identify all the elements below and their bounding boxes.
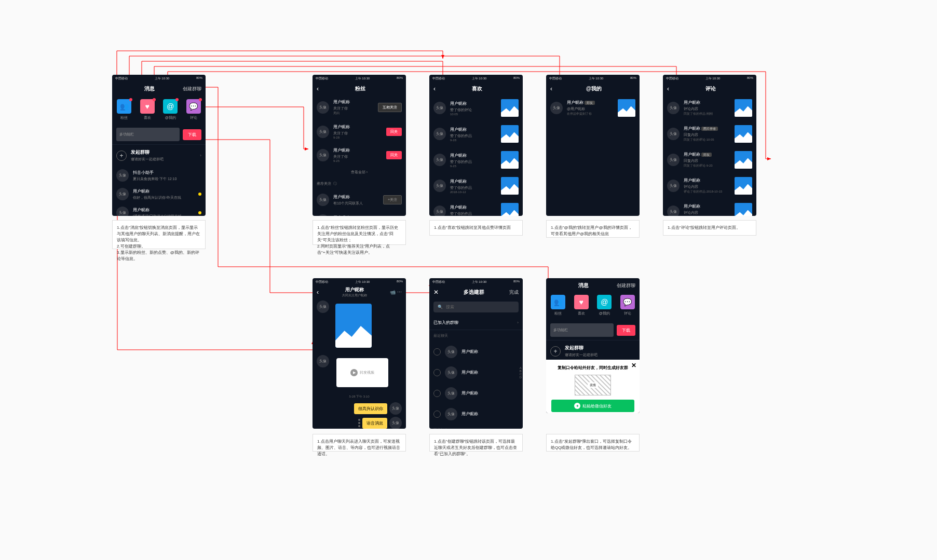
like-row[interactable]: 头像用户昵称赞了你的作品2018-10-12 bbox=[429, 173, 523, 199]
create-group-button[interactable]: 创建群聊 bbox=[183, 86, 201, 92]
follow-back-button[interactable]: 回关 bbox=[386, 151, 402, 159]
section-label: 最近聊天 bbox=[429, 330, 523, 342]
follow-back-button[interactable]: 互相关注 bbox=[378, 103, 402, 112]
tab-fans[interactable]: 👥粉丝 bbox=[117, 99, 131, 120]
status-bar: 中国移动上午 10:3080% bbox=[429, 75, 523, 83]
avatar: 头像 bbox=[317, 101, 329, 114]
joined-groups-row[interactable]: 已加入的群聊› bbox=[429, 316, 523, 330]
screen-messages: 中国移动上午 10:3080% 消息创建群聊 👥粉丝 ♥喜欢 @@我的 💬评论 … bbox=[112, 75, 206, 216]
radio-button[interactable] bbox=[433, 411, 441, 418]
comment-row[interactable]: 头像用户昵称 图片作者回复内容回复了你的评论·10:05 bbox=[663, 121, 756, 147]
chat-list-item[interactable]: 头像抖音小助手夏日美食挑来啦·下午 12:10 bbox=[112, 166, 206, 185]
create-group-button[interactable]: 创建群聊 bbox=[617, 282, 635, 289]
like-row[interactable]: 头像用户昵称赞了你的作品9-25 bbox=[429, 147, 523, 173]
avatar: 头像 bbox=[317, 214, 329, 216]
comment-row[interactable]: 头像用户昵称评论内容回复了你的作品·刚刚 bbox=[663, 95, 756, 121]
note-likes: 1.点击"喜欢"按钮跳转至其他点赞详情页面 bbox=[429, 220, 523, 236]
avatar: 头像 bbox=[317, 355, 329, 367]
start-group-chat[interactable]: +发起群聊邀请好友一起建群吧 bbox=[546, 340, 640, 362]
radio-button[interactable] bbox=[433, 348, 441, 356]
avatar: 头像 bbox=[667, 180, 680, 192]
header: ‹评论 bbox=[663, 83, 756, 95]
chat-list-item[interactable]: 头像用户昵称你好，很高兴认识你·昨天在线 bbox=[112, 185, 206, 203]
screen-mentions: 中国移动上午 10:3080% ‹@我的 头像用户昵称 好友@用户昵称在作品中提… bbox=[546, 75, 640, 216]
tab-fans[interactable]: 👥粉丝 bbox=[551, 295, 565, 316]
comment-row[interactable]: 头像用户昵称评论内容评论了你的作品·2018-1-22 bbox=[663, 199, 756, 216]
tab-mentions[interactable]: @@我的 bbox=[163, 99, 178, 120]
follow-button[interactable]: +关注 bbox=[383, 195, 402, 204]
share-wechat-button[interactable]: ✦粘贴给微信好友 bbox=[551, 400, 634, 412]
mention-row[interactable]: 头像用户昵称 好友@用户昵称在作品中提到了你 bbox=[546, 95, 640, 121]
avatar: 头像 bbox=[433, 154, 446, 166]
video-thumb bbox=[618, 99, 635, 117]
radio-button[interactable] bbox=[433, 390, 441, 397]
fan-row[interactable]: 头像用户昵称关注了你9-28回关 bbox=[313, 120, 406, 143]
note-mentions: 1.点击"@我的"跳转至用户@我的详情页面，可查看其他用户@我的相关信息 bbox=[546, 220, 640, 238]
alpha-index[interactable]: ABCD bbox=[520, 366, 522, 379]
avatar: 头像 bbox=[667, 102, 680, 114]
tab-likes[interactable]: ♥喜欢 bbox=[574, 295, 589, 316]
page-title: 评论 bbox=[669, 85, 752, 92]
invite-popup: ✕ 复制口令给站外好友，同时生成好友群 表情 ✦粘贴给微信好友 🐧粘贴给QQ好友… bbox=[546, 360, 640, 413]
close-button[interactable]: ✕ bbox=[433, 289, 439, 296]
image-message[interactable] bbox=[335, 304, 372, 348]
video-message[interactable]: ▶转发视频 bbox=[336, 358, 388, 387]
radio-button[interactable] bbox=[433, 369, 441, 376]
avatar: 头像 bbox=[667, 128, 680, 140]
tab-mentions[interactable]: @@我的 bbox=[597, 295, 612, 316]
rec-row[interactable]: 头像用户昵称通讯录好友·小科+关注 bbox=[313, 210, 406, 216]
status-bar: 中国移动上午 10:3080% bbox=[313, 75, 406, 83]
like-row[interactable]: 头像用户昵称赞了你的作品9-28 bbox=[429, 121, 523, 147]
download-button[interactable]: 下载 bbox=[183, 129, 201, 140]
plus-icon: + bbox=[116, 151, 127, 161]
comment-row[interactable]: 头像用户昵称评论内容评论了你的作品·2018-10-15 bbox=[663, 173, 756, 199]
like-row[interactable]: 头像用户昵称赞了你的作品2018-10-12 bbox=[429, 199, 523, 216]
see-all-button[interactable]: 查看全部 › bbox=[313, 167, 406, 178]
screen-multi-select-group: 中国移动上午 10:3080% ✕多选建群完成 🔍搜索 已加入的群聊› 最近聊天… bbox=[429, 278, 523, 429]
note-multi: 1.点击"创建群聊"按钮跳转该页面，可选择最近聊天或者互关好友后创建群聊，也可点… bbox=[429, 434, 523, 452]
section-label: 互关好友 bbox=[429, 425, 523, 429]
avatar: 头像 bbox=[389, 417, 402, 429]
avatar: 头像 bbox=[445, 387, 457, 400]
at-icon: @ bbox=[597, 295, 612, 309]
download-button[interactable]: 下载 bbox=[617, 325, 635, 336]
tab-comments[interactable]: 💬评论 bbox=[620, 295, 635, 316]
comment-row[interactable]: 头像用户昵称 好友回复内容回复了你的评论·9-23 bbox=[663, 147, 756, 173]
fan-row[interactable]: 头像用户昵称关注了你周四互相关注 bbox=[313, 95, 406, 120]
recommend-header: 推荐关注ⓘ bbox=[313, 178, 406, 189]
contact-row[interactable]: 头像用户昵称ABCD bbox=[429, 362, 523, 383]
screen-likes: 中国移动上午 10:3080% ‹喜欢 头像用户昵称赞了你的评论10:05 头像… bbox=[429, 75, 523, 216]
search-input[interactable]: 🔍搜索 bbox=[433, 302, 519, 312]
page-title: 粉丝 bbox=[319, 85, 402, 92]
notification-tabs: 👥粉丝 ♥喜欢 @@我的 💬评论 bbox=[112, 95, 206, 125]
finish-button[interactable]: 完成 bbox=[509, 289, 519, 296]
plus-icon: + bbox=[550, 346, 561, 357]
video-thumb bbox=[501, 151, 519, 169]
like-row[interactable]: 头像用户昵称赞了你的评论10:05 bbox=[429, 95, 523, 121]
status-bar: 中国移动上午 10:3080% bbox=[313, 278, 406, 286]
fan-row[interactable]: 头像用户昵称关注了你9-25回关 bbox=[313, 143, 406, 167]
header: ‹@我的 bbox=[546, 83, 640, 95]
contact-row[interactable]: 头像用户昵称 bbox=[429, 404, 523, 425]
header: ‹粉丝 bbox=[313, 83, 406, 95]
follow-back-button[interactable]: 回关 bbox=[386, 128, 402, 136]
rec-row[interactable]: 头像用户昵称有10个共同联系人+关注 bbox=[313, 189, 406, 210]
wechat-icon: ✦ bbox=[574, 403, 580, 409]
video-call-button[interactable]: 📹 ⋯ bbox=[390, 290, 402, 295]
note-messages: 1.点击"消息"按钮切换至消息页面，显示显示与其他用户的聊天列表、新消息提醒，用… bbox=[112, 220, 206, 249]
contact-row[interactable]: 头像用户昵称 bbox=[429, 383, 523, 404]
page-title: 消息 bbox=[116, 85, 183, 92]
page-title: 多选建群 bbox=[439, 289, 509, 296]
avatar: 头像 bbox=[116, 188, 129, 200]
contact-row[interactable]: 头像用户昵称 bbox=[429, 342, 523, 362]
chevron-right-icon: › bbox=[517, 320, 519, 325]
close-icon[interactable]: ✕ bbox=[631, 362, 636, 369]
tab-comments[interactable]: 💬评论 bbox=[186, 99, 201, 120]
tab-likes[interactable]: ♥喜欢 bbox=[140, 99, 155, 120]
chat-list-item[interactable]: 头像用户昵称[视频通话]已取消·9分钟前在线 bbox=[112, 203, 206, 216]
screen-fans: 中国移动上午 10:3080% ‹粉丝 头像用户昵称关注了你周四互相关注 头像用… bbox=[313, 75, 406, 216]
start-group-chat[interactable]: +发起群聊邀请好友一起建群吧› bbox=[112, 144, 206, 166]
chevron-right-icon: › bbox=[200, 153, 201, 158]
comment-icon: 💬 bbox=[186, 99, 201, 114]
note-popup: 1.点击"发起群聊"弹出窗口，可选择复制口令给QQ或微信好友，也可选择邀请站内好… bbox=[546, 434, 640, 452]
